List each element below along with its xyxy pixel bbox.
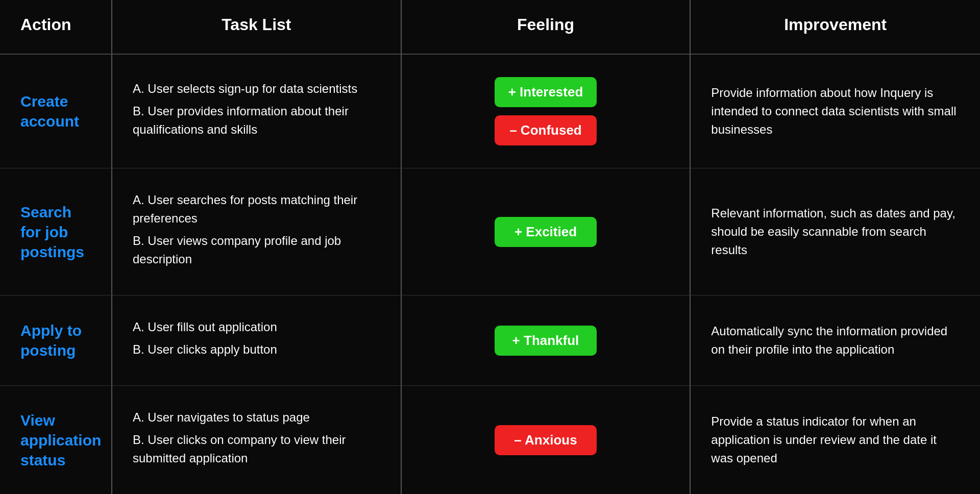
task-item: B. User provides information about their…	[133, 102, 380, 139]
action-label-create-account: Create account	[20, 91, 91, 131]
header-action: Action	[0, 0, 112, 55]
header-tasklist: Task List	[112, 0, 402, 55]
cell-feeling-apply-posting: + Thankful	[402, 295, 691, 386]
action-label-apply-posting: Apply to posting	[20, 320, 91, 360]
cell-action-view-application: View application status	[0, 386, 112, 494]
task-item: A. User navigates to status page	[133, 408, 380, 427]
header-improvement: Improvement	[691, 0, 980, 55]
cell-improvement-create-account: Provide information about how Inquery is…	[691, 55, 980, 168]
feeling-badge-positive: + Excitied	[495, 217, 597, 247]
feeling-badge-negative: – Confused	[495, 115, 597, 145]
task-item: A. User searches for posts matching thei…	[133, 191, 380, 228]
cell-tasklist-create-account: A. User selects sign-up for data scienti…	[112, 55, 402, 168]
improvement-text: Automatically sync the information provi…	[711, 322, 960, 359]
cell-improvement-apply-posting: Automatically sync the information provi…	[691, 295, 980, 386]
cell-feeling-create-account: + Interested– Confused	[402, 55, 691, 168]
improvement-text: Provide information about how Inquery is…	[711, 84, 960, 139]
cell-feeling-view-application: – Anxious	[402, 386, 691, 494]
cell-action-search-job: Search for job postings	[0, 168, 112, 295]
cell-improvement-view-application: Provide a status indicator for when an a…	[691, 386, 980, 494]
cell-tasklist-search-job: A. User searches for posts matching thei…	[112, 168, 402, 295]
task-item: B. User clicks apply button	[133, 340, 380, 359]
feeling-badge-positive: + Interested	[495, 77, 597, 107]
action-label-search-job: Search for job postings	[20, 202, 91, 262]
feeling-badge-negative: – Anxious	[495, 425, 597, 455]
cell-improvement-search-job: Relevant information, such as dates and …	[691, 168, 980, 295]
header-feeling: Feeling	[402, 0, 691, 55]
cell-tasklist-view-application: A. User navigates to status pageB. User …	[112, 386, 402, 494]
feeling-badge-positive: + Thankful	[495, 326, 597, 356]
improvement-text: Provide a status indicator for when an a…	[711, 412, 960, 467]
task-item: A. User fills out application	[133, 318, 380, 336]
action-label-view-application: View application status	[20, 410, 91, 470]
main-table: Action Task List Feeling Improvement Cre…	[0, 0, 980, 494]
cell-tasklist-apply-posting: A. User fills out applicationB. User cli…	[112, 295, 402, 386]
cell-action-apply-posting: Apply to posting	[0, 295, 112, 386]
cell-action-create-account: Create account	[0, 55, 112, 168]
task-item: B. User clicks on company to view their …	[133, 431, 380, 467]
improvement-text: Relevant information, such as dates and …	[711, 204, 960, 259]
cell-feeling-search-job: + Excitied	[402, 168, 691, 295]
task-item: B. User views company profile and job de…	[133, 232, 380, 268]
task-item: A. User selects sign-up for data scienti…	[133, 80, 380, 98]
